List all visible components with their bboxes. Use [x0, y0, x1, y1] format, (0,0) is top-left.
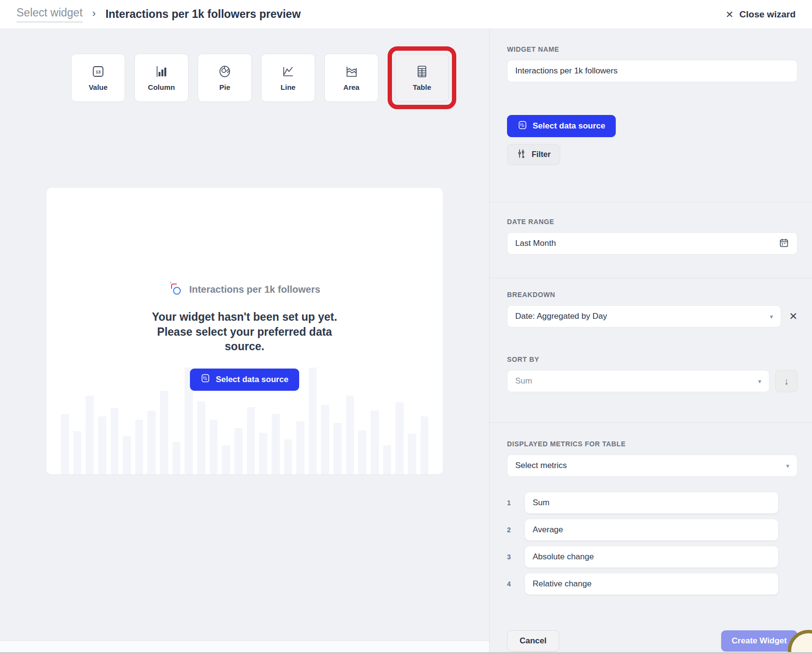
metric-row: 2 Average — [507, 519, 798, 540]
select-data-source-label: Select data source — [216, 375, 288, 384]
remove-breakdown-button[interactable]: ✕ — [789, 311, 798, 322]
select-data-source-button[interactable]: Select data source — [190, 369, 299, 391]
metric-row: 3 Absolute change — [507, 546, 798, 568]
preview-message: Your widget hasn't been set up yet. Plea… — [146, 310, 343, 354]
widget-type-label: Area — [343, 83, 359, 91]
metric-label: Relative change — [533, 579, 592, 589]
sort-direction-button[interactable]: ↓ — [775, 370, 798, 392]
widget-type-label: Pie — [219, 83, 231, 91]
filter-label: Filter — [532, 150, 551, 159]
widget-type-label: Value — [88, 83, 107, 91]
create-widget-button[interactable]: Create Widget — [721, 630, 798, 652]
section-divider — [490, 278, 812, 278]
column-chart-icon — [154, 64, 169, 79]
svg-text:13: 13 — [96, 70, 101, 74]
close-wizard-label: Close wizard — [740, 9, 796, 20]
table-chart-icon — [414, 64, 430, 79]
preview-widget-title: Interactions per 1k followers — [189, 284, 320, 295]
widget-preview-card: Interactions per 1k followers Your widge… — [46, 188, 443, 474]
chevron-down-icon: ▾ — [758, 378, 761, 385]
preview-pane: 13 Value Column — [0, 29, 489, 654]
chevron-down-icon: ▾ — [770, 313, 773, 320]
wizard-body: 13 Value Column — [0, 29, 812, 654]
annotation-red-ring: Table — [388, 46, 456, 109]
wizard-top-bar: Select widget › Interactions per 1k foll… — [0, 0, 812, 29]
data-source-icon — [201, 373, 210, 385]
metric-item-absolute-change[interactable]: Absolute change — [525, 546, 778, 568]
breakdown-select[interactable]: Date: Aggregated by Day ▾ — [507, 305, 781, 327]
widget-type-value[interactable]: 13 Value — [71, 54, 125, 102]
widget-type-table[interactable]: Table — [395, 54, 449, 102]
metric-item-average[interactable]: Average — [525, 519, 778, 540]
date-range-value: Last Month — [515, 239, 556, 248]
metrics-list: 1 Sum 2 Average 3 Absolute change 4 — [507, 486, 798, 595]
breakdown-label: BREAKDOWN — [507, 291, 798, 299]
metric-item-relative-change[interactable]: Relative change — [525, 573, 778, 595]
chevron-down-icon: ▾ — [786, 462, 789, 469]
metric-item-sum[interactable]: Sum — [525, 492, 778, 513]
preview-empty-state: Interactions per 1k followers Your widge… — [46, 188, 443, 474]
sidebar-select-data-source-label: Select data source — [533, 121, 605, 131]
chevron-right-icon: › — [92, 7, 96, 20]
date-range-label: DATE RANGE — [507, 218, 798, 226]
metric-label: Sum — [533, 498, 550, 508]
filter-sliders-icon — [517, 148, 526, 161]
select-metrics-placeholder: Select metrics — [515, 461, 567, 470]
page-title: Interactions per 1k followers preview — [105, 8, 301, 21]
breakdown-value: Date: Aggregated by Day — [515, 312, 607, 321]
metric-row: 1 Sum — [507, 492, 798, 513]
widget-settings-panel: WIDGET NAME Interactions per 1k follower… — [489, 29, 812, 654]
widget-name-label: WIDGET NAME — [507, 45, 798, 53]
metric-row: 4 Relative change — [507, 573, 798, 595]
sort-by-label: SORT BY — [507, 355, 798, 363]
select-metrics-dropdown[interactable]: Select metrics ▾ — [507, 455, 798, 477]
breadcrumb-select-widget[interactable]: Select widget — [16, 6, 83, 22]
sidebar-select-data-source-button[interactable]: Select data source — [507, 115, 616, 137]
date-range-select[interactable]: Last Month — [507, 232, 798, 255]
window-bottom-edge — [0, 652, 812, 654]
cancel-button[interactable]: Cancel — [507, 630, 559, 652]
sort-by-row: Sum ▾ ↓ — [507, 370, 798, 392]
widget-type-pie[interactable]: Pie — [198, 54, 252, 102]
sort-by-value: Sum — [515, 376, 532, 386]
close-icon: ✕ — [725, 9, 734, 20]
widget-name-value: Interactions per 1k followers — [515, 66, 618, 76]
widget-type-area[interactable]: Area — [324, 54, 378, 102]
metric-index: 4 — [507, 580, 525, 588]
preview-title-row: Interactions per 1k followers — [169, 281, 320, 298]
widget-shapes-icon — [169, 281, 183, 298]
close-wizard-button[interactable]: ✕ Close wizard — [725, 9, 796, 20]
widget-type-line[interactable]: Line — [261, 54, 315, 102]
line-chart-icon — [280, 64, 296, 79]
sort-by-select[interactable]: Sum ▾ — [507, 370, 769, 392]
value-chart-icon: 13 — [90, 64, 106, 79]
metric-index: 2 — [507, 526, 525, 534]
section-divider — [490, 202, 812, 202]
arrow-down-icon: ↓ — [784, 376, 789, 387]
widget-name-input[interactable]: Interactions per 1k followers — [507, 60, 798, 82]
metric-label: Absolute change — [533, 552, 594, 562]
area-chart-icon — [344, 64, 359, 79]
section-divider — [490, 422, 812, 423]
widget-type-label: Column — [148, 83, 175, 91]
displayed-metrics-label: DISPLAYED METRICS FOR TABLE — [507, 440, 798, 448]
breadcrumb: Select widget › Interactions per 1k foll… — [16, 6, 301, 22]
metric-index: 3 — [507, 553, 525, 561]
metric-label: Average — [533, 525, 563, 535]
widget-type-label: Table — [413, 83, 431, 91]
wizard-footer: Cancel Create Widget — [507, 630, 798, 652]
metric-index: 1 — [507, 499, 525, 507]
filter-button[interactable]: Filter — [507, 144, 560, 165]
widget-type-column[interactable]: Column — [134, 54, 188, 102]
widget-type-selector: 13 Value Column — [71, 46, 456, 109]
breakdown-row: Date: Aggregated by Day ▾ ✕ — [507, 305, 798, 327]
widget-type-label: Line — [281, 83, 296, 91]
calendar-icon — [779, 238, 789, 250]
pie-chart-icon — [217, 64, 232, 79]
data-source-icon — [518, 120, 527, 132]
